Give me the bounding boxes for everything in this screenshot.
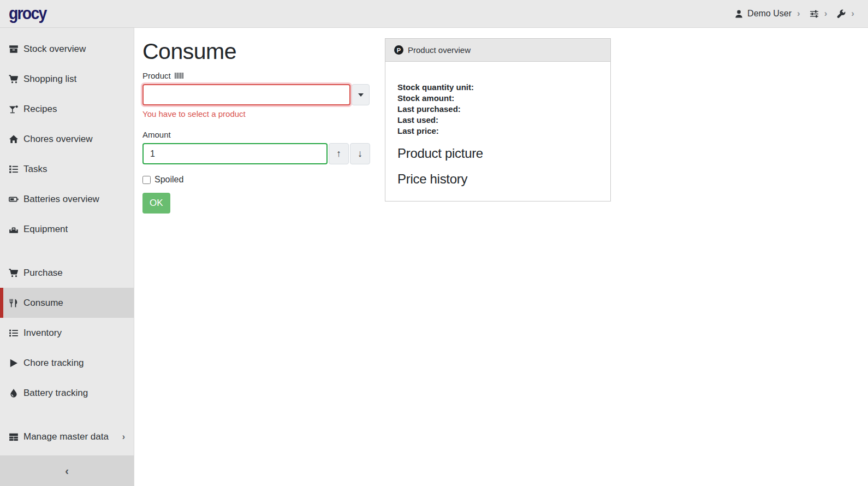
user-menu[interactable]: Demo User › [734,8,802,19]
cocktail-icon [9,104,19,114]
top-bar: grocy Demo User › › › [0,0,868,28]
app-logo[interactable]: grocy [9,4,46,23]
amount-field-label: Amount [142,130,370,139]
sidebar: Stock overview Shopping list Recipes Cho… [0,28,134,486]
sidebar-item-label: Batteries overview [23,194,99,205]
stock-amount-label: Stock amount: [397,93,598,104]
box-icon [9,44,19,54]
product-overview-body: Stock quantity unit: Stock amount: Last … [385,62,610,201]
sidebar-item-label: Battery tracking [23,388,88,399]
spoiled-checkbox[interactable] [142,176,151,184]
product-picture-heading: Product picture [397,146,598,161]
sidebar-item-shopping-list[interactable]: Shopping list [0,64,134,94]
amount-field: Amount ↑ ↓ [142,130,370,164]
product-overview-header: P Product overview [385,39,610,62]
amount-input[interactable] [142,143,328,164]
cart-icon [9,74,19,84]
sidebar-item-label: Equipment [23,224,68,235]
product-label-text: Product [142,71,171,80]
sidebar-group-gap [0,244,134,258]
last-purchased-label: Last purchased: [397,104,598,115]
chevron-right-icon: › [122,432,125,442]
barcode-icon[interactable] [175,72,186,80]
caret-down-icon [358,93,364,97]
sidebar-item-stock-overview[interactable]: Stock overview [0,34,134,64]
sidebar-item-label: Chore tracking [23,358,84,369]
amount-decrement-button[interactable]: ↓ [350,143,370,164]
sidebar-group-gap [0,408,134,422]
spoiled-label: Spoiled [154,175,183,185]
last-used-label: Last used: [397,115,598,126]
drop-icon [9,388,19,398]
product-field-label: Product [142,71,370,80]
product-error-message: You have to select a product [142,109,370,118]
spoiled-field: Spoiled [142,175,370,185]
sidebar-item-chores-overview[interactable]: Chores overview [0,124,134,154]
utensils-icon [9,298,19,308]
top-bar-menu: Demo User › › › [734,8,856,19]
sidebar-item-label: Stock overview [23,44,86,55]
chevron-left-icon: ‹ [65,465,69,477]
admin-menu[interactable]: › [836,8,856,19]
amount-label-text: Amount [142,130,171,139]
sidebar-item-battery-tracking[interactable]: Battery tracking [0,378,134,408]
home-icon [9,134,19,144]
sidebar-item-recipes[interactable]: Recipes [0,94,134,124]
product-input-group [142,84,370,105]
last-price-label: Last price: [397,126,598,137]
play-icon [9,358,19,368]
sidebar-item-manage-master-data[interactable]: Manage master data › [0,422,134,452]
tasks-icon [9,164,19,174]
sidebar-item-purchase[interactable]: Purchase [0,258,134,288]
sliders-icon [810,9,819,19]
arrow-down-icon: ↓ [358,148,362,159]
sidebar-item-batteries-overview[interactable]: Batteries overview [0,184,134,214]
settings-menu[interactable]: › [810,8,829,19]
sidebar-item-inventory[interactable]: Inventory [0,318,134,348]
product-overview-card: P Product overview Stock quantity unit: … [385,38,611,201]
sidebar-item-label: Tasks [23,164,47,175]
sidebar-item-label: Recipes [23,104,57,115]
sidebar-nav: Stock overview Shopping list Recipes Cho… [0,28,134,452]
table-icon [9,432,19,442]
sidebar-item-label: Inventory [23,328,62,339]
consume-form: Product You have to select a product Amo… [142,71,370,214]
sidebar-item-label: Chores overview [23,134,93,145]
main-content: Consume Product You have to select a pro… [135,28,868,486]
product-input[interactable] [142,84,350,105]
arrow-up-icon: ↑ [336,148,341,159]
list-icon [9,328,19,338]
ok-button[interactable]: OK [142,193,170,214]
wrench-icon [836,9,846,19]
sidebar-item-label: Shopping list [23,74,76,85]
toolbox-icon [9,224,19,234]
sidebar-collapse-button[interactable]: ‹ [0,455,134,486]
product-circle-icon: P [394,45,403,55]
sidebar-item-label: Manage master data [23,431,109,442]
sidebar-item-chore-tracking[interactable]: Chore tracking [0,348,134,378]
chevron-right-icon: › [795,8,802,19]
chevron-right-icon: › [823,8,829,19]
chevron-right-icon: › [849,8,856,19]
price-history-heading: Price history [397,171,598,187]
product-overview-title: Product overview [408,45,471,55]
sidebar-item-label: Purchase [23,268,63,278]
user-icon [734,9,744,19]
sidebar-item-equipment[interactable]: Equipment [0,214,134,244]
stock-quantity-unit-label: Stock quantity unit: [397,82,598,93]
cart-icon [9,268,19,278]
sidebar-item-label: Consume [23,298,63,309]
battery-icon [9,194,19,204]
product-dropdown-button[interactable] [352,84,370,105]
amount-input-group: ↑ ↓ [142,143,370,164]
amount-increment-button[interactable]: ↑ [329,143,349,164]
user-name: Demo User [747,9,792,19]
sidebar-item-tasks[interactable]: Tasks [0,154,134,184]
sidebar-item-consume[interactable]: Consume [0,288,134,318]
